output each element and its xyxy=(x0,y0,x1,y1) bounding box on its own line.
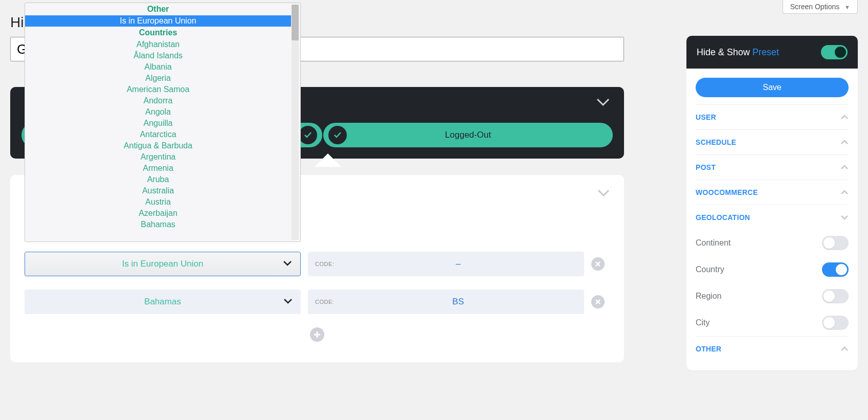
code-label: CODE: xyxy=(315,299,334,305)
sidebar-body: Save USER SCHEDULE POST WOOCOMMERCE GEOL… xyxy=(686,69,858,370)
sidebar-header: Hide & Show Preset xyxy=(686,36,858,69)
screen-options-caret-icon: ▼ xyxy=(844,4,850,10)
sidebar-section-schedule[interactable]: SCHEDULE xyxy=(696,129,849,154)
sidebar-title: Hide & Show Preset xyxy=(697,47,779,58)
sidebar-title-b: Preset xyxy=(752,47,779,57)
geo-item-country: Country xyxy=(696,256,849,283)
city-toggle[interactable] xyxy=(822,316,849,330)
remove-row-button[interactable] xyxy=(591,295,605,308)
country-select[interactable]: Bahamas xyxy=(25,290,301,314)
check-icon xyxy=(299,126,317,144)
section-label: POST xyxy=(696,163,716,171)
scrollbar-thumb[interactable] xyxy=(292,5,299,40)
dropdown-item[interactable]: Australia xyxy=(25,185,291,196)
dropdown-item[interactable]: Armenia xyxy=(25,163,291,174)
preset-enabled-toggle[interactable] xyxy=(821,45,848,59)
country-select-label: Bahamas xyxy=(144,297,181,307)
remove-row-button[interactable] xyxy=(591,257,605,271)
dropdown-item[interactable]: Anguilla xyxy=(25,118,291,129)
dropdown-scroll: Other Is in European Union Countries Afg… xyxy=(25,3,291,241)
dropdown-item[interactable]: Aruba xyxy=(25,174,291,185)
sidebar-section-other[interactable]: OTHER xyxy=(696,336,849,361)
add-row-button[interactable] xyxy=(310,327,324,342)
condition-row: Bahamas CODE: BS xyxy=(25,290,610,314)
logged-out-label: Logged-Out xyxy=(445,130,491,140)
conditions-panel-collapse-icon[interactable] xyxy=(597,189,610,199)
condition-row: Is in European Union CODE: – xyxy=(25,252,610,276)
sidebar-section-geolocation[interactable]: GEOLOCATION xyxy=(696,205,849,230)
dropdown-group-other: Other xyxy=(25,3,291,15)
section-label: OTHER xyxy=(696,345,722,353)
sidebar-section-woocommerce[interactable]: WOOCOMMERCE xyxy=(696,180,849,205)
dropdown-item[interactable]: Austria xyxy=(25,196,291,208)
chevron-up-icon xyxy=(840,190,849,195)
section-label: GEOLOCATION xyxy=(696,213,750,222)
sidebar-section-user[interactable]: USER xyxy=(696,104,849,129)
save-button[interactable]: Save xyxy=(696,78,849,97)
screen-options-button[interactable]: Screen Options ▼ xyxy=(783,0,858,14)
dropdown-item[interactable]: Albania xyxy=(25,61,291,73)
dropdown-group-countries: Countries xyxy=(25,27,291,39)
check-icon xyxy=(328,126,347,144)
sidebar-section-post[interactable]: POST xyxy=(696,154,849,180)
sidebar-title-a: Hide & Show xyxy=(697,47,752,57)
arrow-indicator-icon xyxy=(315,153,341,167)
country-toggle[interactable] xyxy=(822,262,849,277)
dropdown-item[interactable]: Argentina xyxy=(25,151,291,163)
geo-item-continent: Continent xyxy=(696,230,849,256)
chevron-down-icon xyxy=(840,215,849,220)
dropdown-item[interactable]: Åland Islands xyxy=(25,50,291,61)
code-value: – xyxy=(339,259,577,269)
chevron-down-icon xyxy=(283,297,293,307)
dropdown-item[interactable]: Antarctica xyxy=(25,129,291,140)
section-label: USER xyxy=(696,113,716,121)
geolocation-subitems: Continent Country Region City xyxy=(696,230,849,336)
country-select[interactable]: Is in European Union xyxy=(25,252,301,276)
country-code-box: CODE: BS xyxy=(308,290,584,314)
country-dropdown[interactable]: Other Is in European Union Countries Afg… xyxy=(25,3,301,242)
logged-out-pill[interactable]: Logged-Out xyxy=(323,123,613,147)
geo-item-label: Country xyxy=(696,265,724,274)
geo-item-label: City xyxy=(696,318,710,327)
section-label: SCHEDULE xyxy=(696,138,736,146)
dropdown-item[interactable]: Antigua & Barbuda xyxy=(25,140,291,151)
target-panel-collapse-icon[interactable] xyxy=(596,98,610,106)
continent-toggle[interactable] xyxy=(822,236,849,250)
chevron-down-icon xyxy=(283,259,292,269)
dropdown-item-selected[interactable]: Is in European Union xyxy=(25,15,291,27)
dropdown-item[interactable]: Afghanistan xyxy=(25,39,291,50)
geo-item-label: Region xyxy=(696,292,722,301)
geo-item-city: City xyxy=(696,310,849,336)
geo-item-region: Region xyxy=(696,283,849,310)
country-select-label: Is in European Union xyxy=(122,259,204,269)
dropdown-item[interactable]: Andorra xyxy=(25,95,291,106)
chevron-up-icon xyxy=(840,140,849,145)
chevron-up-icon xyxy=(840,165,849,170)
code-label: CODE: xyxy=(315,261,334,267)
country-code-box: CODE: – xyxy=(308,252,584,276)
dropdown-item[interactable]: Bahamas xyxy=(25,219,291,230)
dropdown-item[interactable]: American Samoa xyxy=(25,84,291,95)
region-toggle[interactable] xyxy=(822,289,849,303)
chevron-up-icon xyxy=(840,346,849,351)
sidebar-panel: Hide & Show Preset Save USER SCHEDULE PO… xyxy=(686,36,858,370)
dropdown-item[interactable]: Algeria xyxy=(25,73,291,84)
dropdown-item[interactable]: Azerbaijan xyxy=(25,208,291,219)
section-label: WOOCOMMERCE xyxy=(696,188,758,196)
dropdown-item[interactable]: Angola xyxy=(25,106,291,118)
chevron-up-icon xyxy=(840,115,849,120)
geo-item-label: Continent xyxy=(696,238,731,248)
code-value: BS xyxy=(339,297,577,307)
screen-options-label: Screen Options xyxy=(790,3,840,11)
